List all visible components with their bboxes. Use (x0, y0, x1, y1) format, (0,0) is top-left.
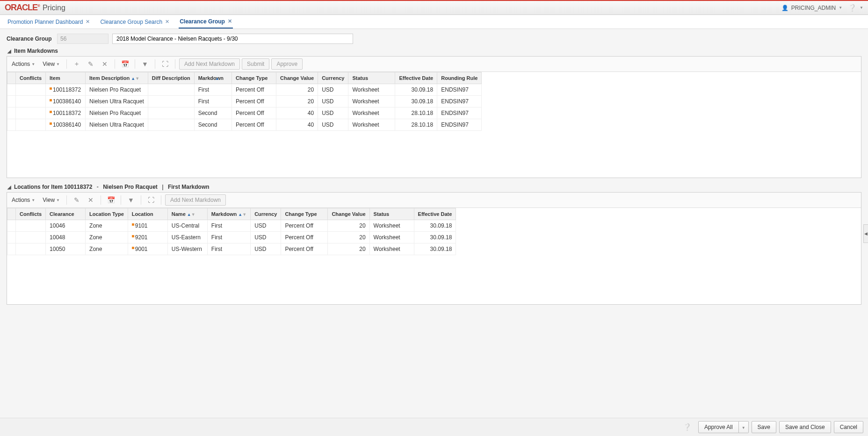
edit-icon[interactable]: ✎ (71, 194, 83, 206)
row-selector[interactable] (7, 232, 16, 243)
approve-button[interactable]: Approve (271, 58, 303, 70)
filter-icon[interactable]: ▼ (139, 58, 151, 70)
cell-item-description: Nielsen Ultra Racquet (86, 119, 148, 131)
table-row[interactable]: 10050Zone9001US-WesternFirstUSDPercent O… (7, 243, 456, 255)
approve-all-button[interactable]: Approve All (698, 421, 739, 433)
filter-icon[interactable]: ▼ (125, 194, 137, 206)
collapse-icon: ◢ (7, 185, 11, 190)
item-markdowns-header[interactable]: ◢ Item Markdowns (7, 48, 861, 54)
cell-item: 100118372 (46, 84, 86, 96)
cell-conflicts (16, 107, 46, 119)
view-menu[interactable]: View ▼ (40, 59, 63, 69)
tab-promotion-planner-dashboard[interactable]: Promotion Planner Dashboard ✕ (7, 16, 91, 28)
calendar-icon[interactable]: 📅 (119, 58, 131, 70)
col-conflicts[interactable]: Conflicts (16, 208, 46, 220)
row-selector[interactable] (7, 84, 16, 96)
table-row[interactable]: 100118372Nielsen Pro RacquetFirstPercent… (7, 84, 482, 96)
help-icon[interactable]: ❔ (848, 4, 857, 12)
add-icon[interactable]: ＋ (71, 58, 83, 70)
col-change-value[interactable]: Change Value (276, 72, 318, 84)
col-status[interactable]: Status (369, 208, 414, 220)
user-menu[interactable]: 👤 PRICING_ADMIN ▼ ❔ ▼ (781, 4, 863, 12)
cell-location-type: Zone (86, 220, 128, 232)
col-effective-date[interactable]: Effective Date (414, 208, 456, 220)
cell-markdown: First (194, 84, 231, 96)
cell-diff-description (148, 84, 194, 96)
delete-icon[interactable]: ✕ (99, 58, 111, 70)
col-item-description[interactable]: Item Description ▲▼ (86, 72, 148, 84)
cell-markdown: First (207, 243, 250, 255)
row-selector[interactable] (7, 243, 16, 255)
detach-icon[interactable]: ⛶ (145, 194, 157, 206)
close-icon[interactable]: ✕ (165, 19, 169, 25)
col-currency[interactable]: Currency (251, 208, 281, 220)
save-button[interactable]: Save (752, 421, 776, 433)
cell-markdown: First (207, 220, 250, 232)
view-menu[interactable]: View ▼ (40, 195, 63, 205)
col-location[interactable]: Location (128, 208, 167, 220)
cell-clearance: 10050 (46, 243, 86, 255)
col-markdown[interactable]: Markdown▲ (194, 72, 231, 84)
delete-icon[interactable]: ✕ (85, 194, 97, 206)
side-panel-handle[interactable]: ◀ (863, 224, 868, 243)
row-selector[interactable] (7, 119, 16, 131)
cell-change-value: 40 (276, 107, 318, 119)
locations-header[interactable]: ◢ Locations for Item 100118372 - Nielsen… (7, 184, 861, 190)
cell-location: 9001 (128, 243, 167, 255)
add-next-markdown-button[interactable]: Add Next Markdown (165, 194, 226, 206)
col-change-type[interactable]: Change Type (232, 72, 276, 84)
actions-menu[interactable]: Actions ▼ (9, 195, 38, 205)
col-name[interactable]: Name ▲▼ (167, 208, 207, 220)
locations-markdown-label: First Markdown (168, 184, 210, 190)
calendar-icon[interactable]: 📅 (105, 194, 117, 206)
cell-markdown: Second (194, 107, 231, 119)
col-item[interactable]: Item (46, 72, 86, 84)
global-header: ORACLE® Pricing 👤 PRICING_ADMIN ▼ ❔ ▼ (0, 1, 868, 15)
clearance-group-desc-field[interactable] (112, 34, 353, 44)
collapse-icon: ◢ (7, 49, 11, 54)
approve-all-dropdown[interactable]: ▼ (739, 421, 749, 433)
cell-change-type: Percent Off (232, 107, 276, 119)
col-conflicts[interactable]: Conflicts (16, 72, 46, 84)
close-icon[interactable]: ✕ (228, 18, 232, 24)
actions-menu[interactable]: Actions ▼ (9, 59, 38, 69)
cell-status: Worksheet (369, 243, 414, 255)
cancel-button[interactable]: Cancel (834, 421, 863, 433)
cell-currency: USD (318, 96, 348, 107)
table-row[interactable]: 100386140Nielsen Ultra RacquetFirstPerce… (7, 96, 482, 107)
cell-item-description: Nielsen Pro Racquet (86, 107, 148, 119)
cell-effective-date: 30.09.18 (395, 96, 437, 107)
add-next-markdown-button[interactable]: Add Next Markdown (179, 58, 240, 70)
cell-markdown: Second (194, 119, 231, 131)
submit-button[interactable]: Submit (242, 58, 269, 70)
col-change-type[interactable]: Change Type (281, 208, 328, 220)
close-icon[interactable]: ✕ (86, 19, 90, 25)
cell-rounding-rule: ENDSIN97 (437, 84, 482, 96)
cell-currency: USD (251, 232, 281, 243)
table-row[interactable]: 100118372Nielsen Pro RacquetSecondPercen… (7, 107, 482, 119)
table-row[interactable]: 10046Zone9101US-CentralFirstUSDPercent O… (7, 220, 456, 232)
tab-clearance-group-search[interactable]: Clearance Group Search ✕ (99, 16, 170, 28)
cell-change-type: Percent Off (281, 232, 328, 243)
tab-clearance-group[interactable]: Clearance Group ✕ (179, 15, 233, 29)
col-location-type[interactable]: Location Type (86, 208, 128, 220)
row-selector[interactable] (7, 107, 16, 119)
table-row[interactable]: 100386140Nielsen Ultra RacquetSecondPerc… (7, 119, 482, 131)
col-rounding-rule[interactable]: Rounding Rule (437, 72, 482, 84)
col-currency[interactable]: Currency (318, 72, 348, 84)
col-clearance[interactable]: Clearance (46, 208, 86, 220)
col-status[interactable]: Status (348, 72, 395, 84)
cell-item: 100386140 (46, 96, 86, 107)
edit-icon[interactable]: ✎ (85, 58, 97, 70)
save-and-close-button[interactable]: Save and Close (779, 421, 831, 433)
table-row[interactable]: 10048Zone9201US-EasternFirstUSDPercent O… (7, 232, 456, 243)
col-markdown[interactable]: Markdown ▲▼ (207, 208, 250, 220)
help-icon[interactable]: ❔ (683, 423, 692, 431)
col-change-value[interactable]: Change Value (328, 208, 369, 220)
cell-rounding-rule: ENDSIN97 (437, 119, 482, 131)
detach-icon[interactable]: ⛶ (159, 58, 171, 70)
row-selector[interactable] (7, 220, 16, 232)
col-diff-description[interactable]: Diff Description (148, 72, 194, 84)
col-effective-date[interactable]: Effective Date (395, 72, 437, 84)
row-selector[interactable] (7, 96, 16, 107)
